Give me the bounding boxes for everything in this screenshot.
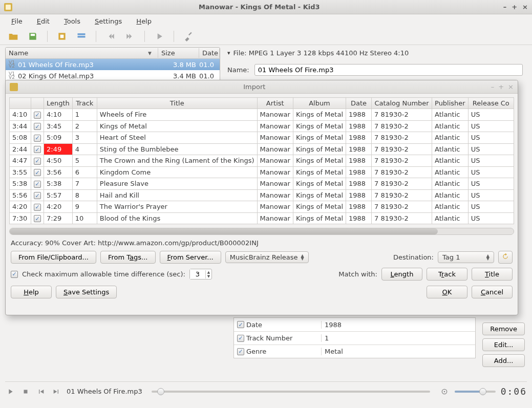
dialog-minimize-icon[interactable]: – (491, 83, 495, 91)
row-enable-checkbox[interactable] (34, 181, 41, 188)
tag-row[interactable]: GenreMetal (234, 345, 475, 358)
source-combo[interactable]: MusicBrainz Release ▲▼ (225, 251, 309, 263)
row-enable-checkbox[interactable] (34, 169, 41, 176)
player-next-icon[interactable] (51, 386, 61, 397)
check-time-diff-checkbox[interactable] (11, 271, 18, 278)
match-title-button[interactable]: Title (472, 268, 513, 281)
import-row[interactable]: 7:30 7:29 10 Blood of the Kings Manowar … (10, 212, 514, 224)
spinner-up-icon[interactable]: ▲ (206, 270, 211, 274)
revert-icon[interactable] (56, 30, 68, 42)
import-row[interactable]: 5:38 5:38 7 Pleasure Slave Manowar Kings… (10, 178, 514, 190)
import-header[interactable]: Catalog Number (372, 98, 432, 109)
import-row[interactable]: 3:44 3:45 2 Kings of Metal Manowar Kings… (10, 120, 514, 132)
row-enable-checkbox[interactable] (34, 215, 41, 222)
save-settings-button[interactable]: Save Settings (56, 286, 117, 298)
tag-checkbox[interactable] (237, 348, 244, 355)
window-close-icon[interactable]: × (522, 3, 528, 11)
import-table[interactable]: LengthTrackTitleArtistAlbumDateCatalog N… (9, 97, 514, 224)
name-field[interactable] (254, 64, 523, 76)
player-prev-icon[interactable] (36, 386, 46, 397)
import-header[interactable]: Date (346, 98, 372, 109)
play-icon[interactable] (153, 30, 165, 42)
match-with-label: Match with: (338, 270, 377, 278)
match-track-button[interactable]: Track (427, 268, 467, 281)
player-play-icon[interactable] (5, 386, 15, 397)
import-header[interactable] (31, 98, 44, 109)
import-header[interactable]: Publisher (432, 98, 469, 109)
row-enable-checkbox[interactable] (34, 192, 41, 199)
spinner-down-icon[interactable]: ▼ (206, 274, 211, 278)
from-file-button[interactable]: From File/Clipboard... (11, 251, 96, 264)
menu-edit[interactable]: Edit (31, 16, 56, 27)
time-diff-spinner[interactable]: ▲▼ (189, 269, 212, 280)
dialog-close-icon[interactable]: × (508, 83, 514, 91)
track-slider[interactable] (152, 391, 430, 393)
dialog-titlebar[interactable]: Import – + × (6, 80, 518, 94)
collapse-icon[interactable]: ▾ (227, 50, 230, 56)
refresh-icon-button[interactable] (498, 251, 513, 264)
dialog-maximize-icon[interactable]: + (498, 83, 504, 91)
menu-file[interactable]: File (5, 16, 29, 27)
import-row[interactable]: 2:44 2:49 4 Sting of the Bumblebee Manow… (10, 143, 514, 155)
import-header[interactable]: Title (97, 98, 257, 109)
file-row[interactable]: V1V201 Wheels Of Fire.mp33.8 MB01.0 (6, 59, 220, 70)
next-icon[interactable] (124, 30, 136, 42)
help-button[interactable]: Help (11, 286, 52, 298)
menu-tools[interactable]: Tools (58, 16, 87, 27)
remove-button[interactable]: Remove (482, 323, 525, 335)
tags-icon[interactable] (75, 30, 88, 42)
row-enable-checkbox[interactable] (34, 146, 41, 153)
tree-col-size[interactable]: Size (158, 48, 199, 58)
import-row[interactable]: 5:08 5:09 3 Heart of Steel Manowar Kings… (10, 132, 514, 144)
import-header[interactable]: Track (72, 98, 97, 109)
tag-version-icon: V1V2 (9, 61, 16, 68)
tag-checkbox[interactable] (237, 321, 244, 328)
window-minimize-icon[interactable]: – (503, 3, 507, 11)
row-enable-checkbox[interactable] (34, 204, 41, 211)
import-row[interactable]: 5:56 5:57 8 Hail and Kill Manowar Kings … (10, 189, 514, 201)
window-titlebar: Manowar - Kings Of Metal - Kid3 – + × (0, 0, 532, 14)
save-icon[interactable] (27, 30, 39, 42)
edit-button[interactable]: Edit... (482, 338, 525, 351)
volume-slider[interactable] (455, 391, 496, 393)
tree-col-name[interactable]: Name (6, 48, 158, 58)
row-enable-checkbox[interactable] (34, 112, 41, 119)
tag-checkbox[interactable] (237, 335, 244, 342)
import-header[interactable]: Release Co (468, 98, 514, 109)
svg-rect-2 (31, 34, 35, 36)
configure-icon[interactable] (182, 30, 195, 42)
time-diff-input[interactable] (190, 269, 205, 279)
from-server-button[interactable]: From Server... (160, 251, 221, 264)
player-stop-icon[interactable] (20, 386, 31, 397)
ok-button[interactable]: OK (427, 286, 467, 298)
import-row[interactable]: 4:20 4:20 9 The Warrior's Prayer Manowar… (10, 201, 514, 213)
mute-icon[interactable] (439, 386, 450, 397)
row-enable-checkbox[interactable] (34, 158, 41, 165)
open-folder-icon[interactable] (7, 30, 19, 42)
row-enable-checkbox[interactable] (34, 135, 41, 142)
tree-header[interactable]: Name Size Date (6, 48, 220, 59)
import-row[interactable]: 3:55 3:56 6 Kingdom Come Manowar Kings o… (10, 166, 514, 178)
match-length-button[interactable]: Length (381, 268, 422, 281)
prev-icon[interactable] (104, 30, 117, 42)
tag-row[interactable]: Track Number1 (234, 331, 475, 345)
tag-row[interactable]: Date1988 (234, 318, 475, 331)
destination-combo[interactable]: Tag 1 ▲▼ (438, 251, 494, 263)
menu-settings[interactable]: Settings (89, 16, 128, 27)
from-tags-button[interactable]: From Tags... (100, 251, 156, 264)
cancel-button[interactable]: Cancel (472, 286, 513, 298)
import-header[interactable]: Album (293, 98, 346, 109)
import-header[interactable]: Artist (257, 98, 293, 109)
tree-col-date[interactable]: Date (199, 48, 220, 58)
import-header[interactable]: Length (44, 98, 73, 109)
menu-help[interactable]: Help (130, 16, 158, 27)
window-maximize-icon[interactable]: + (512, 3, 517, 11)
row-enable-checkbox[interactable] (34, 123, 41, 130)
svg-rect-1 (6, 5, 11, 10)
import-row[interactable]: 4:47 4:50 5 The Crown and the Ring (Lame… (10, 155, 514, 167)
import-header[interactable] (10, 98, 31, 109)
add-button[interactable]: Add... (482, 354, 525, 367)
tag-version-icon: V1V2 (9, 72, 16, 79)
import-row[interactable]: 4:10 4:10 1 Wheels of Fire Manowar Kings… (10, 109, 514, 121)
horizontal-scrollbar[interactable] (9, 228, 514, 235)
